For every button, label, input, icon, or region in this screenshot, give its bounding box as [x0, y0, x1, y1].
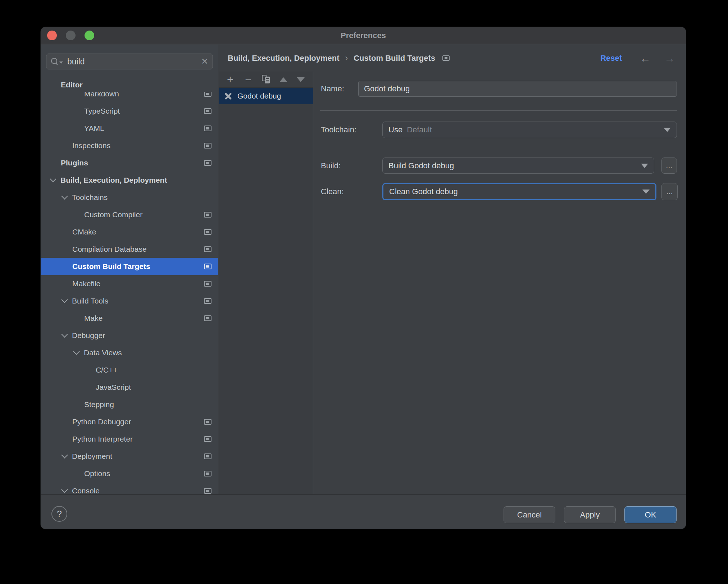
chevron-down-icon[interactable] [50, 175, 56, 182]
clipped-row-wrapper: Markdown [41, 92, 218, 102]
sidebar-item-javascript[interactable]: JavaScript [41, 379, 218, 396]
found-in-page-icon [204, 160, 211, 166]
name-row: Name: [313, 81, 686, 97]
build-tools-icon [223, 91, 233, 101]
sidebar-item-cmake[interactable]: CMake [41, 223, 218, 241]
sidebar-item-makefile[interactable]: Makefile [41, 275, 218, 292]
zoom-window-button[interactable] [85, 31, 94, 40]
sidebar-item-label: Debugger [72, 331, 105, 340]
sidebar-item-data-views[interactable]: Data Views [41, 344, 218, 361]
sidebar-item-label: Options [84, 469, 110, 478]
sidebar-item-typescript[interactable]: TypeScript [41, 102, 218, 120]
clean-select[interactable]: Clean Godot debug [382, 183, 656, 200]
sidebar-item-markdown[interactable]: Markdown [41, 92, 218, 102]
chevron-down-icon[interactable] [61, 296, 68, 303]
sidebar-item-label: YAML [84, 124, 104, 133]
sidebar-item-label: Python Interpreter [72, 435, 133, 443]
breadcrumb-build-execution-deployment[interactable]: Build, Execution, Deployment [228, 54, 339, 63]
dialog-footer: ? Cancel Apply OK [41, 494, 686, 529]
build-label: Build: [321, 161, 341, 170]
build-targets-list-panel: + − Godot debug [219, 72, 313, 494]
ok-button[interactable]: OK [624, 506, 677, 523]
build-select[interactable]: Build Godot debug [382, 158, 654, 174]
found-in-page-icon [204, 143, 211, 149]
sidebar-item-make[interactable]: Make [41, 310, 218, 327]
remove-target-button[interactable]: − [244, 74, 253, 85]
sidebar-item-label: Make [84, 314, 103, 323]
add-target-button[interactable]: + [226, 74, 235, 85]
sidebar-item-label: Makefile [72, 279, 100, 288]
sidebar-item-stepping[interactable]: Stepping [41, 396, 218, 413]
sidebar-item-label: Console [72, 487, 100, 494]
sidebar-item-label: C/C++ [96, 366, 118, 374]
sidebar-item-inspections[interactable]: Inspections [41, 137, 218, 154]
sidebar-item-label: Plugins [61, 159, 88, 167]
sidebar-item-c-cpp[interactable]: C/C++ [41, 361, 218, 379]
settings-tree: Editor Markdown TypeScript YAML Inspecti… [41, 78, 218, 494]
breadcrumb-custom-build-targets: Custom Build Targets [354, 54, 435, 63]
clean-browse-button[interactable]: ... [661, 183, 678, 200]
list-toolbar: + − [219, 72, 313, 88]
sidebar-item-label: Custom Compiler [84, 210, 142, 219]
found-in-page-icon [204, 419, 211, 425]
window-title: Preferences [341, 31, 386, 40]
move-down-button [297, 77, 305, 82]
sidebar-item-yaml[interactable]: YAML [41, 120, 218, 137]
chevron-down-icon[interactable] [61, 193, 68, 199]
found-in-page-icon [204, 108, 211, 114]
settings-search-box[interactable]: ✕ [46, 54, 213, 69]
found-in-page-icon [204, 281, 211, 287]
sidebar-item-label: Deployment [72, 452, 112, 461]
sidebar-item-compilation-database[interactable]: Compilation Database [41, 241, 218, 258]
sidebar-item-build-tools[interactable]: Build Tools [41, 292, 218, 310]
clear-search-icon[interactable]: ✕ [201, 56, 208, 67]
reset-link[interactable]: Reset [600, 54, 622, 63]
sidebar-item-options[interactable]: Options [41, 465, 218, 482]
search-options-arrow-icon[interactable] [59, 61, 63, 64]
sidebar-item-python-debugger[interactable]: Python Debugger [41, 413, 218, 430]
clean-row: Clean: Clean Godot debug ... [313, 183, 686, 200]
name-label: Name: [321, 84, 344, 93]
sidebar-item-python-interpreter[interactable]: Python Interpreter [41, 430, 218, 448]
build-browse-button[interactable]: ... [661, 158, 677, 174]
copy-target-button[interactable] [261, 75, 271, 84]
sidebar-item-label: Inspections [72, 141, 110, 150]
search-input[interactable] [67, 57, 198, 67]
sidebar-item-custom-build-targets[interactable]: Custom Build Targets [41, 258, 218, 275]
clean-value-text: Clean Godot debug [389, 187, 458, 196]
sidebar-item-label: Stepping [84, 400, 114, 409]
sidebar-item-toolchains[interactable]: Toolchains [41, 189, 218, 206]
chevron-down-icon[interactable] [61, 486, 68, 493]
sidebar-item-editor[interactable]: Editor [41, 78, 218, 92]
build-row: Build: Build Godot debug ... [313, 158, 686, 174]
found-in-page-icon [204, 212, 211, 218]
sidebar-item-custom-compiler[interactable]: Custom Compiler [41, 206, 218, 223]
cancel-button[interactable]: Cancel [504, 506, 555, 523]
sidebar-item-debugger[interactable]: Debugger [41, 327, 218, 344]
sidebar-item-label: Compilation Database [72, 245, 147, 254]
target-list-item-godot-debug[interactable]: Godot debug [219, 88, 313, 104]
chevron-down-icon[interactable] [73, 348, 79, 355]
toolchain-row: Toolchain: Use Default [313, 122, 686, 138]
sidebar-item-plugins[interactable]: Plugins [41, 154, 218, 172]
sidebar-item-console[interactable]: Console [41, 482, 218, 494]
sidebar-item-build-execution-deployment[interactable]: Build, Execution, Deployment [41, 172, 218, 189]
help-button[interactable]: ? [51, 506, 67, 522]
toolchain-value-text: Default [407, 125, 432, 134]
close-window-button[interactable] [47, 31, 57, 40]
found-in-page-icon [204, 92, 211, 97]
back-arrow-icon[interactable]: ← [640, 52, 651, 64]
chevron-down-icon[interactable] [61, 331, 68, 337]
chevron-down-icon[interactable] [61, 452, 68, 458]
minimize-window-button[interactable] [66, 31, 76, 40]
chevron-down-icon [642, 190, 650, 194]
sidebar-item-deployment[interactable]: Deployment [41, 448, 218, 465]
settings-content-region: Build, Execution, Deployment › Custom Bu… [219, 45, 686, 494]
settings-tree-panel: ✕ Editor Markdown TypeScript YAML Ins [41, 45, 218, 494]
breadcrumb-separator: › [345, 53, 348, 63]
toolchain-select[interactable]: Use Default [382, 122, 677, 138]
toolchain-use-text: Use [388, 125, 402, 134]
sidebar-item-label: Custom Build Targets [72, 262, 150, 271]
name-field[interactable] [358, 81, 677, 97]
apply-button[interactable]: Apply [564, 506, 616, 523]
